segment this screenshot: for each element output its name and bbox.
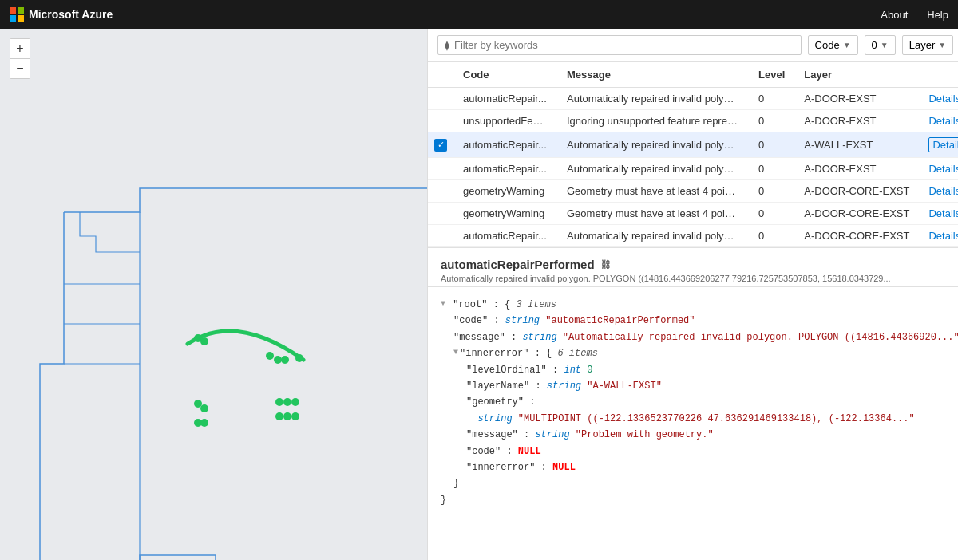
row-checkbox[interactable] — [428, 158, 453, 180]
right-panel: ⧫ Code 0 Layer ✕ — [427, 29, 958, 560]
table-row[interactable]: automaticRepair...Automatically repaired… — [428, 88, 958, 110]
json-geometry-value: "MULTIPOINT ((-122.1336523770226 47.6362… — [518, 411, 915, 427]
json-close-brace1: } — [441, 475, 958, 491]
ms-logo — [10, 7, 24, 22]
row-level: 0 — [749, 132, 794, 158]
zoom-out-button[interactable]: − — [10, 59, 30, 78]
code-dropdown[interactable]: Code — [808, 35, 858, 55]
json-levelordinal-value: 0 — [587, 362, 592, 378]
row-layer: A-WALL-EXST — [794, 132, 919, 158]
zoom-in-button[interactable]: + — [10, 39, 30, 58]
th-checkbox — [428, 62, 453, 88]
row-checkbox[interactable]: ✓ — [428, 132, 453, 158]
json-code-key: "code" — [453, 313, 488, 329]
json-message2-key: "message" — [466, 427, 518, 443]
svg-point-11 — [194, 400, 202, 408]
row-checkbox[interactable] — [428, 225, 453, 247]
json-innererror2-key: "innererror" — [466, 459, 535, 475]
row-checkbox[interactable] — [428, 180, 453, 203]
code-value-label: 0 — [872, 39, 877, 51]
row-details-cell: Details ↗ — [919, 203, 958, 225]
row-message: Geometry must have at least 4 points wit… — [557, 203, 749, 225]
filter-icon: ⧫ — [445, 40, 449, 51]
details-link[interactable]: Details ↗ — [928, 137, 958, 152]
code-value-chevron-icon — [881, 41, 889, 49]
table-row[interactable]: automaticRepair...Automatically repaired… — [428, 225, 958, 247]
svg-point-7 — [266, 352, 274, 360]
details-link[interactable]: Details ↗ — [928, 163, 958, 175]
checkbox-checked-icon: ✓ — [434, 139, 447, 152]
svg-point-15 — [275, 398, 283, 406]
innererror-collapse-icon[interactable] — [453, 345, 458, 359]
root-collapse-icon[interactable] — [441, 297, 445, 310]
row-message: Automatically repaired invalid polygon. … — [557, 158, 749, 180]
detail-header: automaticRepairPerformed ⛓ Automatically… — [428, 248, 958, 287]
json-levelordinal-type: int — [564, 362, 581, 378]
table-row[interactable]: geometryWarningGeometry must have at lea… — [428, 180, 958, 203]
table-row[interactable]: geometryWarningGeometry must have at lea… — [428, 203, 958, 225]
row-code: automaticRepair... — [453, 225, 557, 247]
ms-sq-yellow — [18, 15, 24, 22]
layer-dropdown-label: Layer — [909, 39, 936, 51]
filter-input[interactable] — [454, 39, 794, 51]
detail-link-icon[interactable]: ⛓ — [601, 259, 611, 270]
details-link[interactable]: Details ↗ — [928, 230, 958, 242]
row-layer: A-DOOR-EXST — [794, 88, 919, 110]
layer-dropdown[interactable]: Layer — [902, 35, 953, 55]
help-link[interactable]: Help — [927, 9, 948, 21]
row-message: Automatically repaired invalid polygon. … — [557, 88, 749, 110]
json-innererror-count: 6 items — [557, 345, 597, 361]
ms-sq-red — [10, 7, 16, 14]
json-code2-value: NULL — [518, 444, 541, 459]
details-link[interactable]: Details ↗ — [928, 207, 958, 219]
json-message2-line: "message" : string "Problem with geometr… — [441, 427, 958, 443]
code-chevron-icon — [843, 41, 851, 49]
detail-title-text: automaticRepairPerformed — [441, 258, 595, 271]
row-message: Geometry must have at least 4 points wit… — [557, 180, 749, 203]
filter-input-wrap[interactable]: ⧫ — [437, 35, 802, 55]
json-message2-value: "Problem with geometry." — [576, 427, 714, 443]
json-geometry-key: "geometry" — [466, 394, 524, 410]
row-checkbox[interactable] — [428, 203, 453, 225]
svg-point-20 — [291, 412, 299, 420]
svg-point-18 — [275, 412, 283, 420]
nav-left: Microsoft Azure — [10, 7, 113, 22]
row-details-cell: Details ↗ — [919, 225, 958, 247]
about-link[interactable]: About — [881, 9, 908, 21]
row-checkbox[interactable] — [428, 110, 453, 132]
details-link[interactable]: Details ↗ — [928, 115, 958, 127]
row-code: geometryWarning — [453, 180, 557, 203]
table-row[interactable]: ✓automaticRepair...Automatically repaire… — [428, 132, 958, 158]
row-level: 0 — [749, 203, 794, 225]
row-message: Automatically repaired invalid polygon. … — [557, 132, 749, 158]
details-link[interactable]: Details ↗ — [928, 93, 958, 105]
svg-point-8 — [274, 356, 282, 364]
row-layer: A-DOOR-CORE-EXST — [794, 225, 919, 247]
table-row[interactable]: automaticRepair...Automatically repaired… — [428, 158, 958, 180]
detail-title-area: automaticRepairPerformed ⛓ Automatically… — [441, 258, 958, 283]
map-svg — [0, 29, 427, 560]
row-layer: A-DOOR-EXST — [794, 158, 919, 180]
json-root-line: "root" : { 3 items — [441, 297, 958, 313]
code-dropdown-label: Code — [815, 39, 840, 51]
json-geometry-line: "geometry" : — [441, 394, 958, 410]
details-link[interactable]: Details ↗ — [928, 185, 958, 197]
th-code: Code — [453, 62, 557, 88]
row-checkbox[interactable] — [428, 88, 453, 110]
ms-sq-blue — [10, 15, 16, 22]
row-level: 0 — [749, 88, 794, 110]
json-innererror2-line: "innererror" : NULL — [441, 459, 958, 475]
json-message-type: string — [522, 329, 556, 345]
svg-point-9 — [281, 356, 289, 364]
json-layername-line: "layerName" : string "A-WALL-EXST" — [441, 378, 958, 394]
code-value-dropdown[interactable]: 0 — [865, 35, 896, 55]
json-code-value: "automaticRepairPerformed" — [545, 313, 695, 329]
row-message: Automatically repaired invalid polygon. … — [557, 225, 749, 247]
row-layer: A-DOOR-CORE-EXST — [794, 180, 919, 203]
json-layername-value: "A-WALL-EXST" — [587, 378, 662, 394]
th-message: Message — [557, 62, 749, 88]
table-row[interactable]: unsupportedFeat...Ignoring unsupported f… — [428, 110, 958, 132]
row-code: automaticRepair... — [453, 88, 557, 110]
diagnostics-table: Code Message Level Layer automaticRepair… — [428, 62, 958, 247]
json-code2-line: "code" : NULL — [441, 444, 958, 459]
